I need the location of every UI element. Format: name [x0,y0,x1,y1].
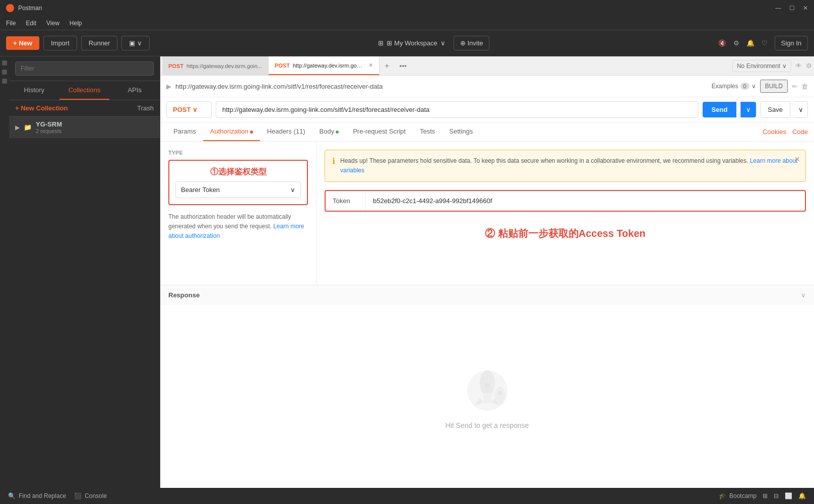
environment-dropdown[interactable]: No Environment ∨ [732,60,791,72]
sidebar-actions: + New Collection Trash [9,100,160,116]
bootcamp-button[interactable]: 🎓 Bootcamp [719,492,757,499]
layout-3-icon[interactable]: ⬜ [785,492,792,499]
alert-close-button[interactable]: ✕ [794,155,800,163]
workspace-button[interactable]: ⊞ ⊞ My Workspace ∨ [378,39,445,47]
strip-item-2[interactable] [2,70,7,75]
examples-chevron-icon: ∨ [752,83,756,90]
env-label: No Environment [737,62,780,70]
tab-pre-request[interactable]: Pre-request Script [346,122,413,141]
save-button[interactable]: Save [760,101,790,118]
menu-edit[interactable]: Edit [26,20,36,27]
tab-headers[interactable]: Headers (11) [260,122,312,141]
trash-button[interactable]: Trash [137,104,154,112]
invite-button[interactable]: ⊕ Invite [454,36,490,50]
send-button[interactable]: Send [703,102,737,117]
toolbar: + New Import Runner ▣ ∨ ⊞ ⊞ My Workspace… [0,30,814,56]
import-button[interactable]: Import [43,36,77,50]
url-bar-area: ▶ http://gateway.dev.isrm.going-link.com… [160,76,814,97]
menu-help[interactable]: Help [70,20,82,27]
tab-authorization[interactable]: Authorization [203,122,260,141]
new-button[interactable]: + New [6,36,39,50]
tab-apis[interactable]: APIs [109,81,160,100]
empty-response-text: Hit Send to get a response [446,421,529,429]
bell-icon[interactable]: 🔔 [746,39,755,47]
notification-icon[interactable]: 🔔 [798,492,806,499]
minimize-btn[interactable]: — [775,5,781,12]
cookies-link[interactable]: Cookies [763,128,786,136]
method-dropdown[interactable]: POST ∨ [166,101,212,118]
menu-file[interactable]: File [6,20,16,27]
search-input[interactable] [15,61,154,76]
maximize-btn[interactable]: ☐ [789,5,795,12]
toolbar-center: ⊞ ⊞ My Workspace ∨ ⊕ Invite [154,36,714,50]
add-tab-button[interactable]: + [380,61,394,71]
tab-history[interactable]: History [9,81,59,100]
sign-in-button[interactable]: Sign In [775,36,808,50]
save-dropdown-button[interactable]: ∨ [794,101,808,118]
send-dropdown-button[interactable]: ∨ [740,102,756,117]
env-selector: No Environment ∨ 👁 ⚙ [732,60,812,72]
auth-right-panel: ℹ Heads up! These parameters hold sensit… [317,142,814,285]
workspace-chevron-icon: ∨ [441,39,446,47]
delete-icon[interactable]: 🗑 [801,83,808,90]
build-button[interactable]: BUILD [760,80,788,93]
request-bar: POST ∨ Send ∨ Save ∨ [160,97,814,122]
body-dot [336,131,339,134]
rocket-illustration [457,363,518,413]
bootcamp-icon: 🎓 [719,492,726,499]
layout-2-icon[interactable]: ⊟ [774,492,779,499]
tab-tests[interactable]: Tests [413,122,442,141]
edit-icon[interactable]: ✏ [792,83,797,90]
url-input[interactable] [216,101,699,118]
body-label: Body [320,128,335,135]
close-btn[interactable]: ✕ [803,5,808,12]
bearer-token-dropdown[interactable]: Bearer Token ∨ [175,181,301,198]
titlebar-controls: — ☐ ✕ [775,5,808,12]
tab-body[interactable]: Body [312,122,346,141]
examples-button[interactable]: Examples 0 ∨ [712,83,756,90]
layout-1-icon[interactable]: ⊞ [763,492,768,499]
runner-button[interactable]: Runner [81,36,118,50]
tab-params[interactable]: Params [166,122,203,141]
tab-2[interactable]: POST http://gateway.dev.isrm.goin... ✕ [269,56,380,75]
menu-view[interactable]: View [46,20,59,27]
auth-left-panel: TYPE ①选择鉴权类型 Bearer Token ∨ The authoriz… [160,142,317,285]
tab-settings[interactable]: Settings [442,122,480,141]
no-disturb-icon[interactable]: 🔇 [718,39,726,47]
more-tabs-button[interactable]: ••• [394,62,412,70]
settings-icon[interactable]: ⚙ [733,39,739,47]
request-tabs: Params Authorization Headers (11) Body P… [160,122,814,142]
console-button[interactable]: ⬛ Console [74,492,107,499]
tab2-close-button[interactable]: ✕ [368,62,373,69]
code-link[interactable]: Code [792,128,808,136]
auth-description: The authorization header will be automat… [168,212,308,241]
tab-1[interactable]: POST https://gateway.dev.isrm.goin... [162,56,269,75]
console-label: Console [85,492,107,499]
app-name: Postman [18,5,42,12]
response-area[interactable]: Response ∨ [160,285,814,305]
left-strip [0,56,9,488]
capture-button[interactable]: ▣ ∨ [121,36,150,50]
token-value[interactable]: b52eb2f0-c2c1-4492-a994-992bf149660f [366,191,805,211]
main-layout: History Collections APIs + New Collectio… [0,56,814,488]
strip-item-3[interactable] [2,79,7,84]
find-replace-button[interactable]: 🔍 Find and Replace [8,492,66,499]
workspace-grid-icon: ⊞ [378,39,384,47]
new-collection-button[interactable]: + New Collection [15,104,68,112]
eye-icon[interactable]: 👁 [795,62,802,70]
strip-item-1[interactable] [2,60,7,66]
workspace-label: ⊞ My Workspace [387,39,437,47]
bearer-chevron-icon: ∨ [290,186,295,194]
method-chevron-icon: ∨ [193,106,198,113]
heart-icon[interactable]: ♡ [762,39,768,47]
collection-yg-srm[interactable]: ▶ 📁 YG-SRM 2 requests [9,116,160,138]
type-label: TYPE [168,150,308,156]
tab-collections[interactable]: Collections [59,81,110,100]
collection-name: YG-SRM [36,120,154,128]
filter-icon[interactable]: ⚙ [806,62,812,70]
sidebar: History Collections APIs + New Collectio… [9,56,160,488]
alert-message: Heads up! These parameters hold sensitiv… [340,157,748,164]
url-expand-icon[interactable]: ▶ [166,83,171,90]
bearer-token-label: Bearer Token [181,186,220,194]
tab1-method: POST [168,63,183,69]
